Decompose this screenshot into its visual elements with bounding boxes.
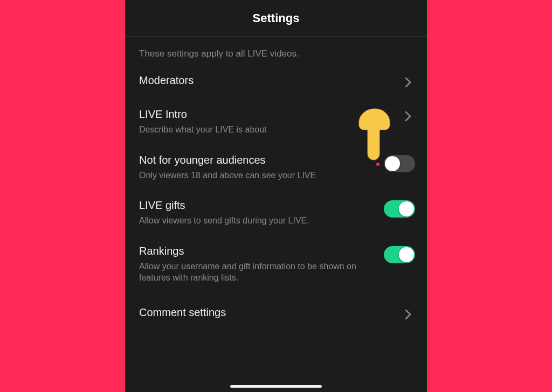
row-moderators[interactable]: Moderators [125, 64, 427, 97]
header: Settings [125, 0, 427, 37]
row-title: Rankings [139, 245, 375, 257]
settings-panel: Settings These settings apply to all LIV… [125, 0, 427, 392]
row-subtitle: Describe what your LIVE is about [139, 124, 375, 136]
row-rankings: Rankings Allow your username and gift in… [125, 234, 427, 291]
row-not-for-younger: Not for younger audiences Only viewers 1… [125, 143, 427, 189]
row-title: Not for younger audiences [139, 154, 375, 166]
toggle-knob [399, 201, 414, 216]
row-title: Comment settings [139, 306, 375, 319]
chevron-right-icon [402, 309, 414, 320]
row-live-intro[interactable]: LIVE Intro Describe what your LIVE is ab… [125, 97, 427, 143]
row-live-gifts: LIVE gifts Allow viewers to send gifts d… [125, 188, 427, 234]
row-subtitle: Only viewers 18 and above can see your L… [139, 170, 375, 181]
toggle-not-for-younger[interactable] [384, 155, 415, 172]
toggle-live-gifts[interactable] [384, 200, 415, 218]
row-comment-settings[interactable]: Comment settings [125, 291, 427, 330]
toggle-knob [399, 247, 414, 262]
toggle-rankings[interactable] [384, 246, 415, 263]
chevron-right-icon [402, 110, 414, 122]
home-indicator [230, 385, 322, 388]
row-subtitle: Allow your username and gift information… [139, 261, 375, 284]
chevron-right-icon [402, 76, 414, 88]
row-title: Moderators [139, 74, 375, 87]
row-title: LIVE Intro [139, 108, 375, 121]
red-dot-icon [376, 163, 380, 166]
page-title: Settings [253, 11, 300, 25]
row-subtitle: Allow viewers to send gifts during your … [139, 215, 375, 227]
toggle-knob [385, 156, 400, 171]
intro-text: These settings apply to all LIVE videos. [125, 37, 427, 64]
row-title: LIVE gifts [139, 199, 375, 212]
